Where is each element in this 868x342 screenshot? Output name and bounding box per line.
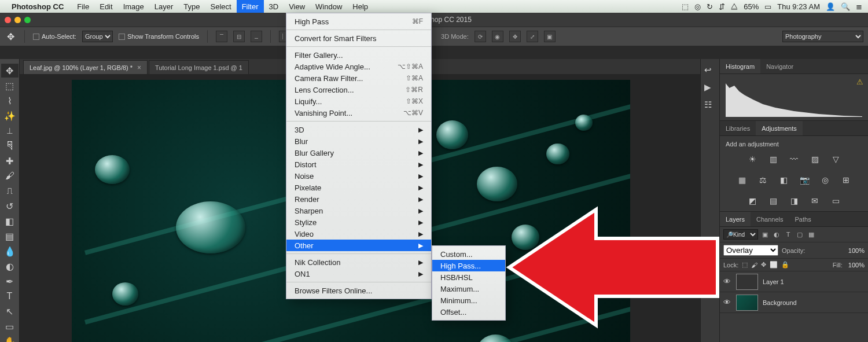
3d-pan-icon[interactable]: ✥	[509, 31, 521, 42]
eraser-tool[interactable]: ◧	[1, 214, 19, 228]
menu-filter[interactable]: Filter	[237, 0, 264, 13]
3d-roll-icon[interactable]: ◉	[492, 31, 503, 42]
channelmixer-icon[interactable]: ◎	[819, 174, 832, 186]
menu-image[interactable]: Image	[118, 0, 149, 13]
menu-other[interactable]: Other▶	[286, 240, 431, 251]
menu-browse-filters[interactable]: Browse Filters Online...	[286, 285, 431, 296]
lasso-tool[interactable]: ⌇	[1, 94, 19, 108]
fill-value[interactable]: 100%	[848, 262, 865, 269]
menu-edit[interactable]: Edit	[94, 0, 117, 13]
stamp-tool[interactable]: ⎍	[1, 184, 19, 198]
lock-artboard-icon[interactable]: ⬜	[770, 261, 778, 269]
warning-icon[interactable]: ⚠	[856, 78, 863, 86]
opacity-value[interactable]: 100%	[848, 247, 865, 254]
menu-on1[interactable]: ON1▶	[286, 268, 431, 280]
colorbalance-icon[interactable]: ⚖	[756, 174, 769, 186]
menu-help[interactable]: Help	[347, 0, 373, 13]
tab-adjustments[interactable]: Adjustments	[756, 121, 803, 135]
posterize-icon[interactable]: ▤	[767, 195, 779, 207]
tab-navigator[interactable]: Navigator	[760, 59, 799, 73]
align-top-icon[interactable]: ⎺	[216, 31, 227, 42]
lock-position-icon[interactable]: ✥	[761, 261, 766, 269]
move-tool[interactable]: ✥	[1, 64, 19, 78]
brightness-icon[interactable]: ☀	[746, 153, 759, 165]
visibility-icon[interactable]: 👁	[723, 298, 731, 307]
lock-pixels-icon[interactable]: 🖌	[751, 262, 757, 269]
path-tool[interactable]: ↖	[1, 304, 19, 318]
blend-mode-dropdown[interactable]: Overlay	[723, 245, 778, 256]
layer-name[interactable]: Background	[763, 299, 797, 306]
battery-text[interactable]: 65%	[744, 2, 759, 11]
healing-tool[interactable]: ✚	[1, 154, 19, 168]
menu-file[interactable]: File	[72, 0, 94, 13]
spotlight-icon[interactable]: 🔍	[841, 2, 850, 11]
tab-layers[interactable]: Layers	[720, 212, 751, 226]
menu-pixelate[interactable]: Pixelate▶	[286, 182, 431, 193]
menu-3d[interactable]: 3D	[264, 0, 284, 13]
menu-3d[interactable]: 3D▶	[286, 124, 431, 135]
menu-noise[interactable]: Noise▶	[286, 170, 431, 182]
align-vcenter-icon[interactable]: ⊟	[233, 31, 245, 42]
submenu-hsbhsl[interactable]: HSB/HSL	[432, 271, 505, 283]
auto-select-dropdown[interactable]: Group	[82, 31, 113, 42]
selectivecolor-icon[interactable]: ✉	[808, 195, 821, 207]
lock-all-icon[interactable]: 🔒	[781, 261, 789, 269]
menu-render[interactable]: Render▶	[286, 193, 431, 205]
sync-icon[interactable]: ⇵	[719, 2, 725, 11]
menu-filter-gallery[interactable]: Filter Gallery...	[286, 49, 431, 61]
menu-convert-smart[interactable]: Convert for Smart Filters	[286, 32, 431, 44]
marquee-tool[interactable]: ⬚	[1, 79, 19, 93]
workspace-dropdown[interactable]: Photography	[782, 31, 863, 42]
dropbox-icon[interactable]: ⬚	[682, 2, 689, 11]
minimize-button[interactable]	[14, 17, 21, 23]
bw-icon[interactable]: ◧	[777, 174, 790, 186]
brush-tool[interactable]: 🖌	[1, 169, 19, 183]
menu-video[interactable]: Video▶	[286, 228, 431, 240]
filter-adjust-icon[interactable]: ◐	[772, 230, 781, 239]
doc-tab-inactive[interactable]: Tutorial Long Image 1.psd @ 1	[149, 60, 249, 74]
wifi-icon[interactable]: ⧋	[731, 2, 738, 11]
menu-view[interactable]: View	[284, 0, 310, 13]
align-bottom-icon[interactable]: ⎽	[251, 31, 262, 42]
gradientmap-icon[interactable]: ▭	[829, 195, 842, 207]
filter-smart-icon[interactable]: ▦	[807, 230, 816, 239]
menu-blur-gallery[interactable]: Blur Gallery▶	[286, 147, 431, 159]
gradient-tool[interactable]: ▤	[1, 229, 19, 243]
app-name[interactable]: Photoshop CC	[12, 2, 64, 11]
visibility-icon[interactable]: 👁	[723, 277, 731, 286]
submenu-highpass[interactable]: High Pass...	[432, 260, 505, 271]
menu-lens-correction[interactable]: Lens Correction...⇧⌘R	[286, 84, 431, 95]
history-panel-icon[interactable]: ↩	[704, 65, 716, 76]
submenu-offset[interactable]: Offset...	[432, 306, 505, 318]
menu-stylize[interactable]: Stylize▶	[286, 216, 431, 228]
lock-transparent-icon[interactable]: ⬚	[742, 261, 748, 269]
layer-item[interactable]: 👁 Background	[720, 292, 868, 313]
menu-liquify[interactable]: Liquify...⇧⌘X	[286, 95, 431, 107]
photofilter-icon[interactable]: 📷	[798, 174, 811, 186]
tab-libraries[interactable]: Libraries	[720, 121, 756, 135]
layer-thumbnail[interactable]	[736, 274, 758, 290]
menu-vanishing-point[interactable]: Vanishing Point...⌥⌘V	[286, 107, 431, 119]
properties-panel-icon[interactable]: ☷	[704, 100, 716, 111]
menu-type[interactable]: Type	[178, 0, 205, 13]
type-tool[interactable]: T	[1, 289, 19, 303]
layer-item[interactable]: 👁 Layer 1	[720, 271, 868, 292]
menu-select[interactable]: Select	[205, 0, 236, 13]
3d-orbit-icon[interactable]: ⟳	[475, 31, 486, 42]
3d-slide-icon[interactable]: ⤢	[527, 31, 538, 42]
threshold-icon[interactable]: ◨	[788, 195, 800, 207]
layer-name[interactable]: Layer 1	[763, 278, 784, 285]
battery-icon[interactable]: ▭	[764, 2, 771, 11]
menu-last-filter[interactable]: High Pass⌘F	[286, 16, 431, 27]
menu-blur[interactable]: Blur▶	[286, 135, 431, 147]
tab-channels[interactable]: Channels	[751, 212, 789, 226]
actions-panel-icon[interactable]: ▶	[704, 82, 716, 94]
submenu-maximum[interactable]: Maximum...	[432, 283, 505, 295]
tab-paths[interactable]: Paths	[789, 212, 817, 226]
menu-nik[interactable]: Nik Collection▶	[286, 256, 431, 268]
menu-sharpen[interactable]: Sharpen▶	[286, 205, 431, 216]
crop-tool[interactable]: ⟂	[1, 124, 19, 138]
hue-icon[interactable]: ▦	[735, 174, 748, 186]
colorlookup-icon[interactable]: ⊞	[840, 174, 852, 186]
dodge-tool[interactable]: ◐	[1, 259, 19, 273]
